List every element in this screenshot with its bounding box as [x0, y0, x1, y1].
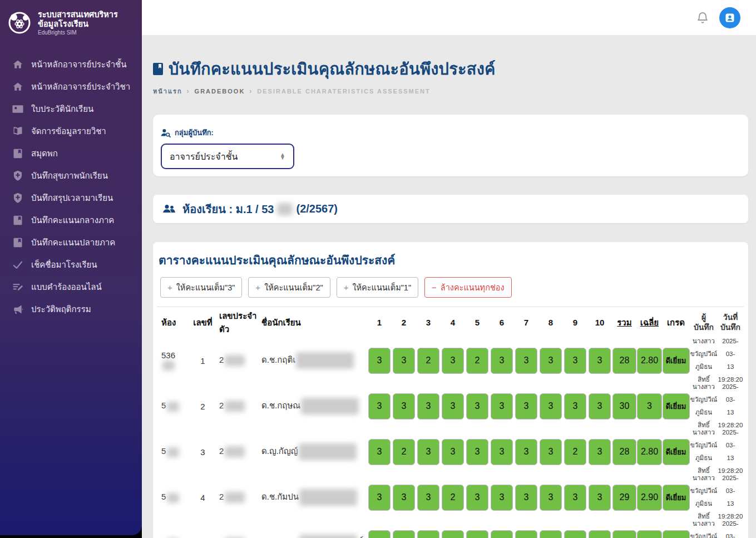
app-logo[interactable]: ระบบสารสนเทศบริหารข้อมูลโรงเรียน EduBrig…	[0, 0, 142, 43]
score-box[interactable]: 3	[466, 485, 488, 511]
score-box[interactable]: 3	[417, 393, 439, 419]
sidebar-item-2[interactable]: หน้าหลักอาจารย์ประจำวิชา	[0, 76, 142, 98]
score-box[interactable]: 3	[368, 530, 391, 538]
cell-grade-box: ดีเยี่ยม	[663, 485, 690, 511]
user-avatar[interactable]	[719, 7, 740, 28]
score-box[interactable]: 3	[589, 530, 611, 538]
score-box[interactable]: 2	[466, 348, 488, 374]
score-box[interactable]: 3	[491, 439, 513, 465]
score-box[interactable]: 3	[417, 439, 439, 465]
sidebar-item-label: เช็คชื่อมาโรงเรียน	[31, 258, 97, 272]
score-box[interactable]: 3	[564, 348, 586, 374]
sidebar-item-5[interactable]: สมุดพก	[0, 142, 142, 165]
header-name: ชื่อนักเรียน	[261, 316, 367, 329]
score-box[interactable]: 3	[589, 393, 611, 419]
redacted-text	[296, 352, 354, 369]
sidebar-item-12[interactable]: ประวัติพฤติกรรม	[0, 298, 142, 320]
cell-score-7: 3	[514, 393, 538, 419]
main-content: บันทึกคะแนนประเมินคุณลักษณะอันพึงประสงค์…	[142, 35, 756, 538]
score-box[interactable]: 3	[564, 393, 586, 419]
score-box[interactable]: 3	[564, 485, 586, 511]
sidebar-item-8[interactable]: บันทึกคะแนนกลางภาค	[0, 209, 142, 231]
score-box[interactable]: 3	[466, 439, 488, 465]
score-box[interactable]: 3	[393, 530, 415, 538]
score-box[interactable]: 3	[564, 530, 586, 538]
score-box[interactable]: 3	[515, 530, 537, 538]
score-box[interactable]: 3	[589, 485, 611, 511]
score-box[interactable]: 3	[589, 348, 611, 374]
sidebar-item-6[interactable]: บันทึกสุขภาพนักเรียน	[0, 165, 142, 187]
header-criterion-8: 8	[538, 318, 563, 327]
redacted-text	[225, 492, 245, 503]
cell-score-2: 3	[392, 485, 416, 511]
score-box[interactable]: 3	[515, 485, 537, 511]
score-box[interactable]: 3	[442, 393, 464, 419]
score-box[interactable]: 3	[515, 348, 537, 374]
plus-icon: +	[344, 283, 349, 292]
score-box[interactable]: 2	[564, 439, 586, 465]
sidebar-item-label: บันทึกสุขภาพนักเรียน	[31, 169, 108, 182]
score-box[interactable]: 3	[491, 393, 513, 419]
breadcrumb-item-2[interactable]: GRADEBOOK	[195, 88, 245, 95]
score-box[interactable]: 3	[368, 393, 391, 419]
cell-score-7: 3	[514, 439, 538, 465]
score-table-header: ห้อง เลขที่ เลขประจำตัว ชื่อนักเรียน 123…	[157, 307, 744, 338]
score-box[interactable]: 3	[417, 485, 439, 511]
recorder-group-select[interactable]: อาจารย์ประจำชั้น ▲▼	[161, 144, 294, 169]
redacted-text	[167, 493, 179, 503]
score-box[interactable]: 3	[466, 530, 488, 538]
score-box[interactable]: 3	[540, 393, 562, 419]
sidebar-item-11[interactable]: แบบคำร้องออนไลน์	[0, 276, 142, 298]
cell-grade-box: ดีเยี่ยม	[663, 439, 690, 465]
score-box[interactable]: 2	[393, 439, 415, 465]
score-box[interactable]: 3	[491, 485, 513, 511]
cell-grade: ดีเยี่ยม	[662, 530, 690, 538]
cell-score-6: 3	[490, 348, 514, 374]
score-box[interactable]: 3	[442, 439, 464, 465]
sidebar-item-10[interactable]: เช็คชื่อมาโรงเรียน	[0, 254, 142, 276]
score-box[interactable]: 3	[540, 530, 562, 538]
fill-score-button-2[interactable]: +ให้คะแนนเต็ม"2"	[248, 277, 330, 298]
score-box[interactable]: 2	[442, 485, 464, 511]
sidebar-item-3[interactable]: ใบประวัตินักเรียน	[0, 98, 142, 120]
score-box[interactable]: 3	[417, 530, 439, 538]
home-icon	[12, 59, 23, 70]
score-box[interactable]: 3	[540, 348, 562, 374]
form-icon	[12, 282, 23, 293]
app-logo-icon	[7, 10, 32, 36]
score-box[interactable]: 3	[491, 348, 513, 374]
fill-score-button-1[interactable]: +ให้คะแนนเต็ม"1"	[337, 277, 418, 298]
cell-student-id: 2	[218, 492, 261, 503]
clear-all-scores-button[interactable]: −ล้างคะแนนทุกช่อง	[424, 277, 512, 298]
score-box[interactable]: 3	[491, 530, 513, 538]
notifications-bell-icon[interactable]	[696, 11, 709, 24]
plus-icon: +	[255, 283, 260, 292]
score-box[interactable]: 3	[442, 348, 464, 374]
score-box[interactable]: 3	[368, 485, 391, 511]
score-box[interactable]: 3	[393, 393, 415, 419]
sidebar-item-1[interactable]: หน้าหลักอาจารย์ประจำชั้น	[0, 53, 142, 76]
score-box[interactable]: 3	[515, 393, 537, 419]
cell-total: 30	[612, 393, 637, 419]
student-row-5: 552ด.ญ.กัลยกดิ์3332333333292.90ดีเยี่ยมน…	[157, 520, 744, 538]
score-box[interactable]: 3	[466, 393, 488, 419]
score-box[interactable]: 3	[368, 439, 391, 465]
score-box[interactable]: 3	[393, 485, 415, 511]
score-box[interactable]: 3	[368, 348, 391, 374]
sidebar-item-7[interactable]: บันทึกสรุปเวลามาเรียน	[0, 187, 142, 209]
score-box[interactable]: 2	[442, 530, 464, 538]
sidebar-item-9[interactable]: บันทึกคะแนนปลายภาค	[0, 231, 142, 254]
score-box[interactable]: 3	[515, 439, 537, 465]
score-box[interactable]: 3	[540, 485, 562, 511]
score-box[interactable]: 3	[393, 348, 415, 374]
fill-score-button-3[interactable]: +ให้คะแนนเต็ม"3"	[160, 277, 242, 298]
plus-icon: +	[167, 283, 172, 292]
breadcrumb-item-1[interactable]: หน้าแรก	[153, 86, 182, 96]
cell-score-6: 3	[490, 439, 514, 465]
score-box[interactable]: 3	[589, 439, 611, 465]
score-box[interactable]: 2	[417, 348, 439, 374]
cell-student-name: ด.ญ.กัญญ์	[261, 443, 367, 460]
score-box[interactable]: 3	[540, 439, 562, 465]
sidebar-item-4[interactable]: จัดการข้อมูลรายวิชา	[0, 120, 142, 142]
cell-date: 2025-03-1319:28:20	[718, 472, 743, 523]
